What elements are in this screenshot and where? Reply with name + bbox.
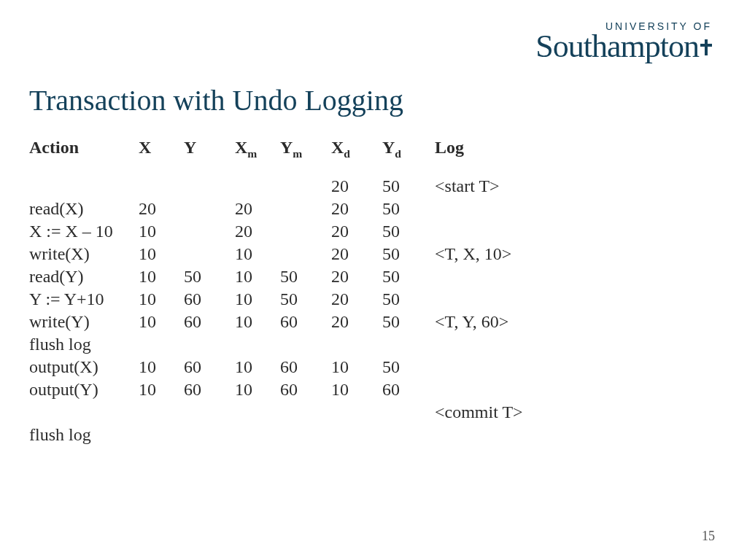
table-row: flush log [29,333,523,356]
table-row: read(Y)105010502050 [29,265,523,288]
cell-xm [235,401,280,424]
col-ym: Ym [280,136,331,162]
col-xd: Xd [331,136,382,162]
cell-action: write(X) [29,243,139,265]
cell-ym [280,401,331,424]
logo-name: Southampton [535,28,699,65]
cell-log [435,333,523,356]
cell-yd [382,333,435,356]
cell-y [184,198,235,220]
cell-xm: 10 [235,356,280,378]
cell-yd: 50 [382,220,435,243]
cell-yd: 50 [382,288,435,311]
cell-ym: 60 [280,311,331,333]
cell-yd: 60 [382,378,435,401]
cell-log [435,378,523,401]
cell-action: flush log [29,333,139,356]
cell-log [435,265,523,288]
cell-action: read(Y) [29,265,139,288]
cell-xm [235,175,280,198]
cell-action: X := X – 10 [29,220,139,243]
cell-ym: 50 [280,265,331,288]
cell-action: write(Y) [29,311,139,333]
table-row: output(Y)106010601060 [29,378,523,401]
cell-yd: 50 [382,311,435,333]
cell-log: <start T> [435,175,523,198]
col-xm: Xm [235,136,280,162]
cell-ym [280,198,331,220]
cell-yd: 50 [382,198,435,220]
cell-y: 60 [184,356,235,378]
cell-log [435,220,523,243]
cell-xd [331,333,382,356]
cell-action: read(X) [29,198,139,220]
cell-y [184,424,235,446]
col-action: Action [29,136,139,162]
table-row: write(Y)106010602050<T, Y, 60> [29,311,523,333]
cell-xd: 20 [331,288,382,311]
cell-log: <T, Y, 60> [435,311,523,333]
cell-y: 50 [184,265,235,288]
col-yd: Yd [382,136,435,162]
cell-x: 10 [139,356,184,378]
cell-action [29,401,139,424]
cell-yd: 50 [382,265,435,288]
table-row: read(X)20202050 [29,198,523,220]
cell-yd: 50 [382,175,435,198]
cell-x [139,401,184,424]
university-logo: UNIVERSITY OF Southampton [535,20,712,65]
page-number: 15 [702,529,715,544]
col-y: Y [184,136,235,162]
cell-xm: 10 [235,265,280,288]
cell-xm [235,424,280,446]
logo-cross-icon [700,39,712,59]
cell-x [139,175,184,198]
cell-x [139,424,184,446]
table-row: write(X)10102050<T, X, 10> [29,243,523,265]
cell-ym: 50 [280,288,331,311]
cell-xm [235,333,280,356]
cell-xd: 10 [331,378,382,401]
table-header-row: Action X Y Xm Ym Xd Yd Log [29,136,523,162]
cell-y [184,401,235,424]
cell-yd [382,424,435,446]
cell-log [435,356,523,378]
cell-y: 60 [184,311,235,333]
cell-log: <T, X, 10> [435,243,523,265]
cell-y [184,220,235,243]
col-log: Log [435,136,523,162]
table-row: output(X)106010601050 [29,356,523,378]
table-row: 2050<start T> [29,175,523,198]
cell-x: 10 [139,220,184,243]
cell-ym: 60 [280,356,331,378]
cell-xd: 10 [331,356,382,378]
col-x: X [139,136,184,162]
cell-xm: 10 [235,288,280,311]
cell-x: 10 [139,288,184,311]
cell-ym [280,333,331,356]
table-row: flush log [29,424,523,446]
cell-x: 10 [139,378,184,401]
cell-action: output(Y) [29,378,139,401]
cell-x: 10 [139,265,184,288]
cell-yd: 50 [382,243,435,265]
cell-y [184,333,235,356]
cell-x: 10 [139,243,184,265]
cell-xd: 20 [331,220,382,243]
cell-xd [331,401,382,424]
cell-ym [280,424,331,446]
cell-x: 20 [139,198,184,220]
cell-ym: 60 [280,378,331,401]
slide: UNIVERSITY OF Southampton Transaction wi… [0,0,747,560]
slide-title: Transaction with Undo Logging [29,83,718,117]
cell-yd [382,401,435,424]
table-row: <commit T> [29,401,523,424]
cell-ym [280,175,331,198]
cell-y: 60 [184,288,235,311]
cell-log [435,198,523,220]
cell-xd: 20 [331,198,382,220]
cell-action: Y := Y+10 [29,288,139,311]
table-row: Y := Y+10106010502050 [29,288,523,311]
cell-yd: 50 [382,356,435,378]
cell-xd [331,424,382,446]
